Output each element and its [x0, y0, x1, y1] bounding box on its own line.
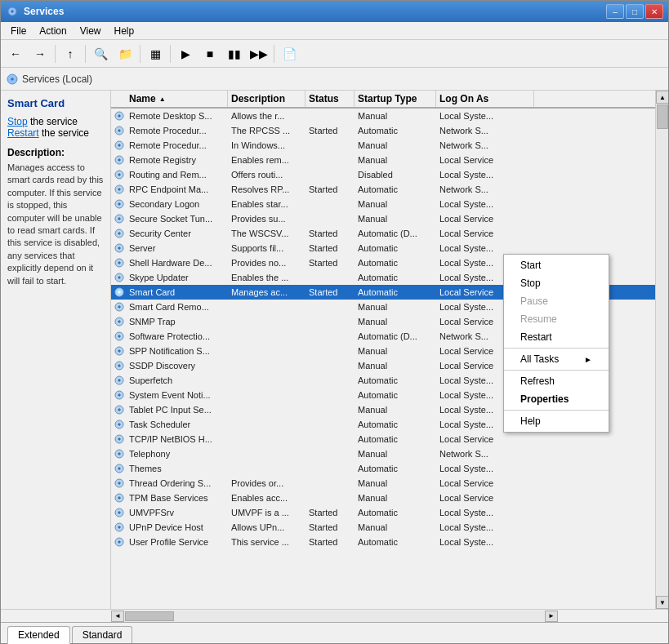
col-header-logon[interactable]: Log On As [436, 91, 534, 107]
service-desc-cell [228, 394, 306, 396]
menu-help[interactable]: Help [108, 24, 141, 38]
table-row[interactable]: UPnP Device HostAllows UPn...StartedManu… [111, 520, 655, 535]
service-startup-cell: Manual [355, 198, 436, 210]
context-menu-item-properties[interactable]: Properties [504, 390, 609, 408]
service-name-cell: RPC Endpoint Ma... [126, 184, 228, 195]
service-row-icon [113, 521, 126, 534]
search-button[interactable]: 🔍 [89, 43, 112, 64]
service-row-icon [113, 198, 126, 211]
table-row[interactable]: Thread Ordering S...Provides or...Manual… [111, 476, 655, 491]
service-desc-cell: In Windows... [228, 140, 306, 151]
tab-extended[interactable]: Extended [7, 626, 70, 644]
service-desc-cell [228, 306, 306, 308]
table-row[interactable]: Remote Procedur...The RPCSS ...StartedAu… [111, 123, 655, 138]
context-menu-item-resume: Resume [504, 310, 609, 328]
vertical-scrollbar[interactable]: ▲ ▼ [655, 91, 668, 609]
service-desc-cell: The RPCSS ... [228, 125, 306, 136]
folders-button[interactable]: 📁 [114, 43, 136, 64]
horizontal-scroll-thumb[interactable] [125, 611, 174, 621]
scroll-left-button[interactable]: ◄ [111, 611, 124, 622]
service-startup-cell: Automatic (D... [355, 331, 436, 342]
service-desc-cell: Enables rem... [228, 154, 306, 166]
tabs-bar: Extended Standard [1, 622, 668, 643]
service-status-cell [306, 394, 355, 396]
table-row[interactable]: Secondary LogonEnables star...ManualLoca… [111, 197, 655, 211]
service-name-cell: Tablet PC Input Se... [126, 404, 228, 415]
restart-link[interactable]: Restart [7, 127, 39, 139]
stop-link[interactable]: Stop [7, 116, 28, 127]
restart-button[interactable]: ▶▶ [248, 43, 270, 64]
context-menu-item-help[interactable]: Help [504, 412, 609, 430]
views-button[interactable]: ▦ [144, 43, 167, 64]
properties-button[interactable]: 📄 [278, 43, 301, 64]
service-row-icon [113, 506, 126, 519]
context-menu-item-all-tasks[interactable]: All Tasks► [504, 350, 609, 368]
table-row[interactable]: Security CenterThe WSCSV...StartedAutoma… [111, 226, 655, 241]
scroll-down-button[interactable]: ▼ [656, 596, 668, 609]
service-startup-cell: Manual [355, 140, 436, 151]
pause-button[interactable]: ▮▮ [223, 43, 246, 64]
service-status-cell: Started [306, 184, 355, 195]
back-button[interactable]: ← [4, 43, 27, 64]
context-menu-separator [504, 410, 609, 411]
service-logon-cell: Local Syste... [436, 242, 534, 254]
horizontal-scrollbar[interactable]: ◄ ► [1, 609, 668, 622]
toolbar-separator-2 [85, 45, 86, 63]
up-button[interactable]: ↑ [59, 43, 82, 64]
menu-file[interactable]: File [4, 24, 33, 38]
window-controls: – □ ✕ [606, 4, 663, 19]
service-status-cell: Started [306, 536, 355, 548]
context-menu-item-refresh[interactable]: Refresh [504, 372, 609, 390]
service-name-cell: Smart Card Remo... [126, 301, 228, 313]
service-row-icon [113, 271, 126, 284]
table-row[interactable]: Routing and Rem...Offers routi...Disable… [111, 167, 655, 182]
context-menu-item-restart[interactable]: Restart [504, 328, 609, 346]
service-status-cell [306, 482, 355, 484]
stop-button[interactable]: ■ [198, 43, 221, 64]
scroll-right-button[interactable]: ► [545, 611, 558, 622]
table-row[interactable]: RPC Endpoint Ma...Resolves RP...StartedA… [111, 182, 655, 197]
service-startup-cell: Automatic [355, 463, 436, 474]
service-status-cell [306, 159, 355, 161]
service-row-icon [113, 109, 126, 122]
close-button[interactable]: ✕ [645, 4, 663, 19]
service-desc-cell [228, 350, 306, 352]
service-desc-cell: Enables star... [228, 198, 306, 210]
service-name-cell: Routing and Rem... [126, 169, 228, 180]
service-row-icon [113, 535, 126, 549]
table-row[interactable]: Remote Procedur...In Windows...ManualNet… [111, 138, 655, 153]
table-row[interactable]: ThemesAutomaticLocal Syste... [111, 461, 655, 476]
service-logon-cell: Local Service [436, 228, 534, 239]
context-menu-item-start[interactable]: Start [504, 256, 609, 274]
table-row[interactable]: Remote Desktop S...Allows the r...Manual… [111, 109, 655, 123]
col-header-startup[interactable]: Startup Type [355, 91, 436, 107]
service-desc-cell: UMVPF is a ... [228, 507, 306, 518]
forward-button[interactable]: → [29, 43, 51, 64]
table-row[interactable]: Secure Socket Tun...Provides su...Manual… [111, 211, 655, 226]
scroll-up-button[interactable]: ▲ [656, 91, 668, 104]
table-row[interactable]: UMVPFSrvUMVPF is a ...StartedAutomaticLo… [111, 505, 655, 520]
maximize-button[interactable]: □ [626, 4, 644, 19]
horizontal-scroll-track[interactable] [124, 611, 545, 622]
menu-view[interactable]: View [74, 24, 108, 38]
table-row[interactable]: TelephonyManualNetwork S... [111, 446, 655, 461]
toolbar-separator-4 [170, 45, 171, 63]
context-menu-item-stop[interactable]: Stop [504, 274, 609, 292]
play-button[interactable]: ▶ [174, 43, 197, 64]
menu-bar: File Action View Help [1, 22, 668, 40]
service-logon-cell: Local Syste... [436, 507, 534, 518]
service-status-cell: Started [306, 286, 355, 298]
table-row[interactable]: TPM Base ServicesEnables acc...ManualLoc… [111, 491, 655, 505]
table-row[interactable]: User Profile ServiceThis service ...Star… [111, 535, 655, 549]
tab-standard[interactable]: Standard [72, 626, 133, 643]
service-row-icon [113, 168, 126, 181]
table-row[interactable]: TCP/IP NetBIOS H...AutomaticLocal Servic… [111, 432, 655, 446]
minimize-button[interactable]: – [606, 4, 624, 19]
scroll-thumb[interactable] [657, 104, 668, 129]
table-row[interactable]: Remote RegistryEnables rem...ManualLocal… [111, 153, 655, 167]
col-header-name[interactable]: Name ▲ [126, 91, 228, 107]
scroll-track[interactable] [656, 104, 668, 596]
menu-action[interactable]: Action [33, 24, 73, 38]
col-header-status[interactable]: Status [306, 91, 355, 107]
col-header-description[interactable]: Description [228, 91, 306, 107]
